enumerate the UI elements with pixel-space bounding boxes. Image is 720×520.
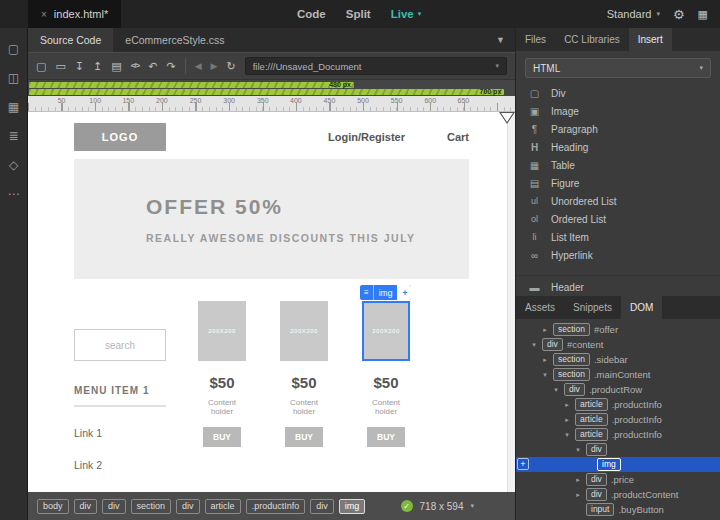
filter-icon[interactable]: ▼ xyxy=(496,35,515,45)
insert-item-table[interactable]: ▦ Table xyxy=(516,156,720,174)
media-query-scrubber-icon[interactable] xyxy=(499,112,515,124)
element-display[interactable]: ≡ img + xyxy=(360,285,411,300)
address-bar[interactable]: file:///Unsaved_Document ▾ xyxy=(245,57,507,75)
product-image-placeholder-selected[interactable]: 200X200 xyxy=(362,301,410,361)
viewport-dimensions[interactable]: 718 x 594 xyxy=(420,501,464,512)
back-icon[interactable]: ◀ xyxy=(195,62,202,71)
preview-cart-link[interactable]: Cart xyxy=(447,131,469,143)
dom-node-maincontent[interactable]: ▾ section .mainContent xyxy=(516,367,720,382)
collapse-icon[interactable]: ▾ xyxy=(563,431,571,439)
collapse-icon[interactable]: ▸ xyxy=(541,326,549,334)
layout-grid-icon[interactable]: ▦ xyxy=(698,8,708,21)
dropdown-caret-icon[interactable]: ▾ xyxy=(699,64,703,72)
insert-item-list-item[interactable]: li List Item xyxy=(516,228,720,246)
split-view-button[interactable]: Split xyxy=(346,8,371,20)
tab-insert[interactable]: Insert xyxy=(629,28,672,51)
dom-node-productrow[interactable]: ▾ div .productRow xyxy=(516,382,720,397)
sidebar-link-1[interactable]: Link 1 xyxy=(74,427,166,439)
collapse-icon[interactable]: ▸ xyxy=(574,491,582,499)
collapse-icon[interactable]: ▸ xyxy=(541,356,549,364)
collapse-icon[interactable]: ▾ xyxy=(552,386,560,394)
insert-item-ordered-list[interactable]: ol Ordered List xyxy=(516,210,720,228)
refresh-icon[interactable]: ↻ xyxy=(227,61,236,72)
buy-button[interactable]: BUY xyxy=(367,427,405,447)
dom-node-content[interactable]: ▾ div #content xyxy=(516,337,720,352)
insert-item-hyperlink[interactable]: ∞ Hyperlink xyxy=(516,246,720,264)
file-icon[interactable]: ▢ xyxy=(8,42,19,57)
put-file-icon[interactable]: ↥ xyxy=(93,61,102,72)
source-code-tab[interactable]: Source Code xyxy=(28,28,113,52)
live-view-button[interactable]: Live ▾ xyxy=(391,8,422,20)
element-menu-icon[interactable]: ≡ xyxy=(360,285,374,300)
preview-offer-section[interactable]: OFFER 50% REALLY AWESOME DISCOUNTS THIS … xyxy=(74,159,469,279)
horizontal-ruler[interactable]: 50 100 150 200 250 300 350 400 450 500 5… xyxy=(28,96,515,112)
dom-node-offer[interactable]: ▸ section #offer xyxy=(516,322,720,337)
tag-icon[interactable]: ◇ xyxy=(9,158,18,173)
collapse-icon[interactable]: ▸ xyxy=(563,416,571,424)
product-card[interactable]: 200X200 $50 Content holder BUY xyxy=(280,301,328,471)
product-card[interactable]: 200X200 $50 Content holder BUY xyxy=(198,301,246,471)
dom-node-productcontent[interactable]: ▸ div .productContent xyxy=(516,487,720,502)
collapse-icon[interactable]: ▾ xyxy=(530,341,538,349)
code-view-button[interactable]: Code xyxy=(297,8,326,20)
list-view-icon[interactable]: ≣ xyxy=(8,129,18,144)
tab-files[interactable]: Files xyxy=(516,28,555,51)
code-tools-icon[interactable]: </> xyxy=(131,62,140,70)
dimensions-caret-icon[interactable]: ▾ xyxy=(470,502,474,510)
devices-icon[interactable]: ▦ xyxy=(8,100,19,115)
buy-button[interactable]: BUY xyxy=(285,427,323,447)
css-file-tab[interactable]: eCommerceStyle.css xyxy=(113,28,236,52)
address-caret-icon[interactable]: ▾ xyxy=(495,62,499,70)
preview-logo[interactable]: LOGO xyxy=(74,123,166,151)
dom-node-img-selected[interactable]: + img xyxy=(516,457,720,472)
workspace-caret-icon[interactable]: ▾ xyxy=(656,10,660,18)
dom-node-buybutton[interactable]: input .buyButton xyxy=(516,502,720,517)
product-image-placeholder[interactable]: 200X200 xyxy=(198,301,246,361)
tag-selector-div[interactable]: div xyxy=(176,499,200,514)
product-card-selected[interactable]: ≡ img + 200X200 $50 Content holder BUY xyxy=(362,301,410,471)
tag-selector-img-selected[interactable]: img xyxy=(339,499,366,514)
media-query-700[interactable]: 700 px xyxy=(29,89,504,95)
dom-node-productinfo-2[interactable]: ▸ article .productInfo xyxy=(516,412,720,427)
tag-selector-div[interactable]: div xyxy=(74,499,98,514)
dom-node-sidebar[interactable]: ▸ section .sidebar xyxy=(516,352,720,367)
live-view-canvas[interactable]: LOGO Login/Register Cart OFFER 50% REALL… xyxy=(28,112,515,492)
tab-snippets[interactable]: Snippets xyxy=(564,296,621,319)
element-add-icon[interactable]: + xyxy=(397,285,411,300)
insert-item-figure[interactable]: ▤ Figure xyxy=(516,174,720,192)
tag-selector-article[interactable]: article xyxy=(205,499,241,514)
collapse-icon[interactable]: ▾ xyxy=(541,371,549,379)
preview-icon[interactable]: ▤ xyxy=(111,61,121,72)
buy-button[interactable]: BUY xyxy=(203,427,241,447)
document-tab[interactable]: × index.html* xyxy=(28,0,121,28)
tab-assets[interactable]: Assets xyxy=(516,296,564,319)
undo-icon[interactable]: ↶ xyxy=(148,61,157,72)
media-query-480[interactable]: 480 px xyxy=(29,82,354,88)
forward-icon[interactable]: ▶ xyxy=(211,62,218,71)
insert-item-div[interactable]: ▢ Div xyxy=(516,84,720,102)
open-file-icon[interactable]: ▭ xyxy=(55,61,65,72)
tag-selector-productinfo[interactable]: .productInfo xyxy=(246,499,306,514)
tab-cc-libraries[interactable]: CC Libraries xyxy=(555,28,629,51)
collapse-icon[interactable]: ▸ xyxy=(574,476,582,484)
insert-item-image[interactable]: ▣ Image xyxy=(516,102,720,120)
tag-selector-div[interactable]: div xyxy=(102,499,126,514)
dom-node-div[interactable]: ▾ div xyxy=(516,442,720,457)
preview-login-link[interactable]: Login/Register xyxy=(328,131,405,143)
insert-item-header[interactable]: ▬ Header xyxy=(516,278,720,296)
tab-dom[interactable]: DOM xyxy=(621,296,662,319)
tag-selector-div[interactable]: div xyxy=(310,499,334,514)
panels-icon[interactable]: ◫ xyxy=(8,71,19,86)
redo-icon[interactable]: ↷ xyxy=(166,61,175,72)
vertical-scrollbar[interactable] xyxy=(507,112,515,492)
gear-icon[interactable]: ⚙ xyxy=(673,7,685,22)
product-image-placeholder[interactable]: 200X200 xyxy=(280,301,328,361)
insert-category-dropdown[interactable]: HTML ▾ xyxy=(525,58,711,78)
search-input[interactable]: search xyxy=(74,329,166,361)
tag-selector-section[interactable]: section xyxy=(131,499,172,514)
workspace-switcher[interactable]: Standard ▾ xyxy=(607,8,660,20)
insert-item-unordered-list[interactable]: ul Unordered List xyxy=(516,192,720,210)
get-file-icon[interactable]: ↧ xyxy=(75,61,84,72)
insert-item-heading[interactable]: H Heading xyxy=(516,138,720,156)
lint-ok-icon[interactable]: ✓ xyxy=(401,500,413,512)
